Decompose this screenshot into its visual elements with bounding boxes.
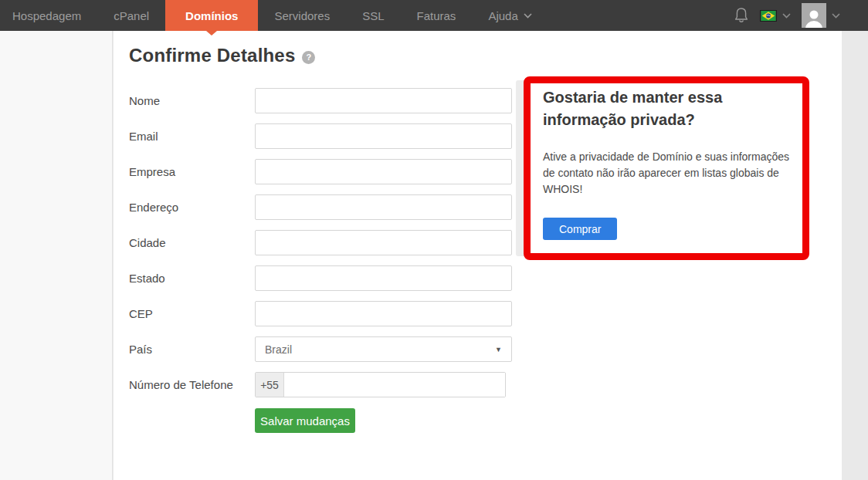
avatar	[802, 3, 826, 28]
country-select[interactable]: Brazil ▼	[255, 336, 512, 362]
empresa-field[interactable]	[255, 159, 512, 184]
page-heading: Confirme Detalhes ?	[129, 45, 315, 66]
form-row-telefone: Número de Telefone +55	[129, 372, 507, 397]
nav-item-ssl[interactable]: SSL	[346, 0, 400, 31]
field-label: Nome	[129, 94, 160, 107]
nav-right-cluster	[734, 0, 840, 31]
form-row-nome: Nome	[129, 88, 507, 113]
page-title: Confirme Detalhes	[129, 45, 295, 66]
cep-field[interactable]	[255, 301, 512, 326]
field-label: Empresa	[129, 165, 175, 178]
endereco-field[interactable]	[255, 194, 512, 220]
chevron-down-icon	[782, 13, 791, 19]
field-label: Endereço	[129, 201, 178, 214]
promo-title: Gostaria de manter essa informação priva…	[543, 86, 792, 131]
estado-field[interactable]	[255, 265, 512, 291]
phone-input-group: +55	[255, 372, 506, 397]
form-row-pais: País Brazil ▼	[129, 336, 507, 362]
form-row-cep: CEP	[129, 301, 507, 326]
account-menu[interactable]	[802, 3, 840, 28]
field-label: Cidade	[129, 236, 166, 249]
left-sidebar	[0, 31, 113, 480]
save-button[interactable]: Salvar mudanças	[255, 408, 355, 433]
chevron-down-icon	[524, 13, 532, 19]
nav-item-dominios[interactable]: Domínios	[165, 0, 258, 31]
form-row-email: Email	[129, 123, 507, 149]
form-row-cidade: Cidade	[129, 230, 507, 255]
promo-panel: Gostaria de manter essa informação priva…	[524, 76, 809, 260]
nav-item-servidores[interactable]: Servidores	[258, 0, 346, 31]
chevron-down-icon	[832, 13, 840, 19]
nav-item-faturas[interactable]: Faturas	[401, 0, 473, 31]
phone-prefix: +55	[256, 373, 284, 397]
bell-icon[interactable]	[734, 7, 749, 24]
form-row-endereco: Endereço	[129, 194, 507, 220]
field-label: País	[129, 343, 152, 356]
person-icon	[804, 8, 824, 28]
top-navigation: Hospedagem cPanel Domínios Servidores SS…	[0, 0, 868, 31]
form-row-estado: Estado	[129, 265, 507, 291]
field-label: Email	[129, 130, 158, 143]
email-field[interactable]	[255, 123, 512, 149]
buy-button[interactable]: Comprar	[543, 218, 617, 240]
main-content: Confirme Detalhes ? Nome Email Empresa E…	[114, 31, 842, 480]
nav-menu: Hospedagem cPanel Domínios Servidores SS…	[0, 0, 548, 31]
country-select-value: Brazil	[265, 343, 495, 356]
field-label: Estado	[129, 272, 165, 285]
language-selector[interactable]	[760, 10, 791, 22]
nav-item-cpanel[interactable]: cPanel	[97, 0, 165, 31]
field-label: Número de Telefone	[129, 378, 233, 391]
promo-body: Ative a privacidade de Domínio e suas in…	[543, 149, 798, 198]
help-icon[interactable]: ?	[302, 51, 315, 64]
phone-field[interactable]	[284, 373, 505, 397]
form-row-empresa: Empresa	[129, 159, 507, 184]
active-tab-caret	[206, 31, 217, 35]
nome-field[interactable]	[255, 88, 512, 113]
cidade-field[interactable]	[255, 230, 512, 255]
nav-item-ajuda[interactable]: Ajuda	[472, 0, 548, 31]
nav-item-hospedagem[interactable]: Hospedagem	[6, 0, 97, 31]
select-caret-icon: ▼	[495, 346, 502, 353]
brazil-flag-icon	[760, 10, 777, 22]
field-label: CEP	[129, 307, 153, 320]
